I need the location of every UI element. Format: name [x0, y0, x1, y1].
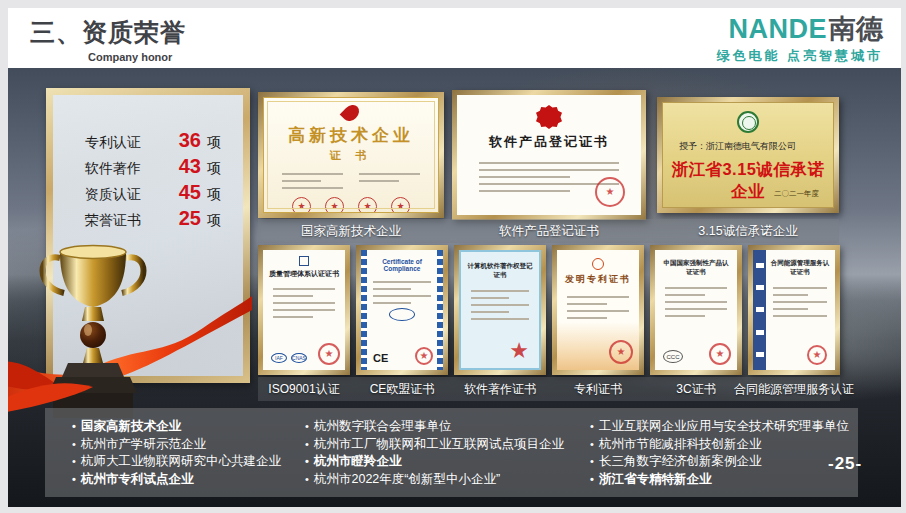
certificate-iso9001-paper: 质量管理体系认证证书 IAF CNAS [263, 250, 345, 370]
certificate-caption: 3.15诚信承诺企业 [657, 219, 839, 243]
honor-item: •工业互联网企业应用与安全技术研究理事单位 [585, 418, 855, 436]
certificate-caption: 软件著作证书 [454, 377, 546, 401]
certificate-ce: Certificate of Compliance CE [356, 245, 448, 375]
iaf-icon: IAF [271, 353, 287, 363]
stat-label: 专利认证 [85, 134, 167, 152]
bullet-icon: • [300, 418, 314, 436]
bullet-icon: • [67, 418, 81, 436]
ce-side-band [437, 250, 443, 370]
ce-mark: CE [373, 352, 388, 364]
certificate-315-integrity: 授予：浙江南德电气有限公司 浙江省3.15诚信承诺企业 科技金融时报 浙江省科技… [657, 97, 839, 213]
stat-row-qualification: 资质认证 45 项 [53, 181, 243, 207]
honor-text: 杭州市专利试点企业 [81, 471, 194, 489]
honors-column-2: •杭州数字联合会理事单位 •杭州市工厂物联网和工业互联网试点项目企业 •杭州市瞪… [300, 418, 585, 497]
honor-text: 杭州市工厂物联网和工业互联网试点项目企业 [314, 436, 564, 454]
certificate-caption: 合同能源管理服务认证 [724, 377, 864, 401]
stamp-icon: ★ [325, 197, 344, 213]
honor-text: 浙江省专精特新企业 [599, 471, 712, 489]
tuv-oval-icon [389, 308, 415, 321]
honor-text: 杭州市产学研示范企业 [81, 436, 206, 454]
certificate-software-copyright: 计算机软件著作权登记证书 ★ [454, 245, 546, 375]
certificate-award-to: 授予：浙江南德电气有限公司 [663, 133, 833, 153]
honor-item: •浙江省专精特新企业 [585, 471, 855, 489]
bullet-icon: • [67, 436, 81, 454]
stamp-icon [709, 343, 731, 365]
certificate-text-lines [264, 163, 438, 189]
honor-text: 国家高新技术企业 [81, 418, 181, 436]
iaf-cnas-logos: IAF CNAS [271, 353, 307, 363]
certificate-inner-title: 计算机软件著作权登记证书 [461, 252, 539, 280]
title-block: 三、资质荣誉 Company honor [30, 16, 186, 63]
certificate-inner-title: 高新技术企业 [264, 124, 438, 147]
stamp-icon [415, 347, 433, 365]
stat-unit: 项 [207, 160, 221, 178]
certificate-inner-title: 中国国家强制性产品认证证书 [655, 250, 737, 277]
honor-item: •杭州市产学研示范企业 [67, 436, 300, 454]
bullet-icon: • [585, 418, 599, 436]
honor-text: 杭州市节能减排科技创新企业 [599, 436, 762, 454]
certificate-ce-paper: Certificate of Compliance CE [361, 250, 443, 370]
honors-column-3: •工业互联网企业应用与安全技术研究理事单位 •杭州市节能减排科技创新企业 •长三… [585, 418, 855, 497]
stat-value: 43 [167, 155, 201, 178]
page-number: -25- [828, 454, 862, 474]
honor-text: 杭州数字联合会理事单位 [314, 418, 452, 436]
honors-list-band: •国家高新技术企业 •杭州市产学研示范企业 •杭师大工业物联网研究中心共建企业 … [45, 408, 858, 497]
gbc-side-band [753, 250, 766, 370]
page-subtitle: Company honor [88, 51, 186, 63]
logo-text-en: NANDE [728, 14, 827, 44]
certificate-copyright-paper: 计算机软件著作权登记证书 ★ [459, 250, 541, 370]
bullet-icon: • [585, 453, 599, 471]
stat-row-patent: 专利认证 36 项 [53, 129, 243, 155]
trophy-image [8, 236, 256, 422]
honor-text: 工业互联网企业应用与安全技术研究理事单位 [599, 418, 849, 436]
certificate-iso9001: 质量管理体系认证证书 IAF CNAS [258, 245, 350, 375]
stamp-icon [595, 177, 625, 207]
page-title: 三、资质荣誉 [30, 16, 186, 49]
bullet-icon: • [585, 471, 599, 489]
honor-text: 杭州市瞪羚企业 [314, 453, 402, 471]
certificate-caption: ISO9001认证 [258, 377, 350, 401]
certificate-caption: CE欧盟证书 [356, 377, 448, 401]
national-emblem-icon [536, 105, 562, 129]
cnas-icon: CNAS [291, 353, 307, 363]
bullet-icon: • [300, 453, 314, 471]
certificate-3c-paper: 中国国家强制性产品认证证书 CCC [655, 250, 737, 370]
logo-wordmark: NANDE南德 [716, 14, 883, 44]
stat-value: 45 [167, 181, 201, 204]
certificate-patent: 发明专利证书 [552, 245, 644, 375]
bullet-icon: • [67, 453, 81, 471]
patent-logo-icon [592, 258, 604, 270]
honor-item: •杭州市瞪羚企业 [300, 453, 585, 471]
stat-value: 36 [167, 129, 201, 152]
stat-value: 25 [167, 207, 201, 230]
company-logo: NANDE南德 绿色电能 点亮智慧城市 [716, 14, 883, 65]
slide: 三、资质荣誉 Company honor NANDE南德 绿色电能 点亮智慧城市… [8, 8, 901, 507]
honor-text: 长三角数字经济创新案例企业 [599, 453, 762, 471]
stat-unit: 项 [207, 212, 221, 230]
stamp-icon: ★ [292, 197, 311, 213]
certificate-inner-title: Certificate of Compliance [361, 250, 443, 272]
certificate-caption: 国家高新技术企业 [258, 219, 444, 243]
honor-item: •杭州市专利试点企业 [67, 471, 300, 489]
logo-text-cn: 南德 [829, 14, 883, 44]
stat-label: 资质认证 [85, 186, 167, 204]
red-stamps: ★ ★ ★ ★ [264, 197, 438, 213]
certificate-inner-title: 发明专利证书 [557, 273, 639, 286]
certificate-inner-title: 软件产品登记证书 [457, 133, 641, 151]
stamp-icon [807, 345, 827, 365]
stat-unit: 项 [207, 186, 221, 204]
star-stamp-icon: ★ [509, 338, 529, 364]
honor-item: •国家高新技术企业 [67, 418, 300, 436]
honors-column-1: •国家高新技术企业 •杭州市产学研示范企业 •杭师大工业物联网研究中心共建企业 … [67, 418, 300, 497]
honor-text: 杭师大工业物联网研究中心共建企业 [81, 453, 281, 471]
stamp-icon [609, 340, 633, 364]
stat-label: 软件著作 [85, 160, 167, 178]
honor-item: •杭州数字联合会理事单位 [300, 418, 585, 436]
bullet-icon: • [300, 436, 314, 454]
ce-side-band [361, 250, 367, 370]
honor-item: •杭州市2022年度“创新型中小企业” [300, 471, 585, 489]
certificate-caption: 专利证书 [552, 377, 644, 401]
honor-item: •杭州市工厂物联网和工业互联网试点项目企业 [300, 436, 585, 454]
certificate-hightech-paper: 高新技术企业 证 书 ★ ★ ★ ★ [263, 97, 439, 213]
certificate-inner-title: 质量管理体系认证证书 [263, 269, 345, 279]
